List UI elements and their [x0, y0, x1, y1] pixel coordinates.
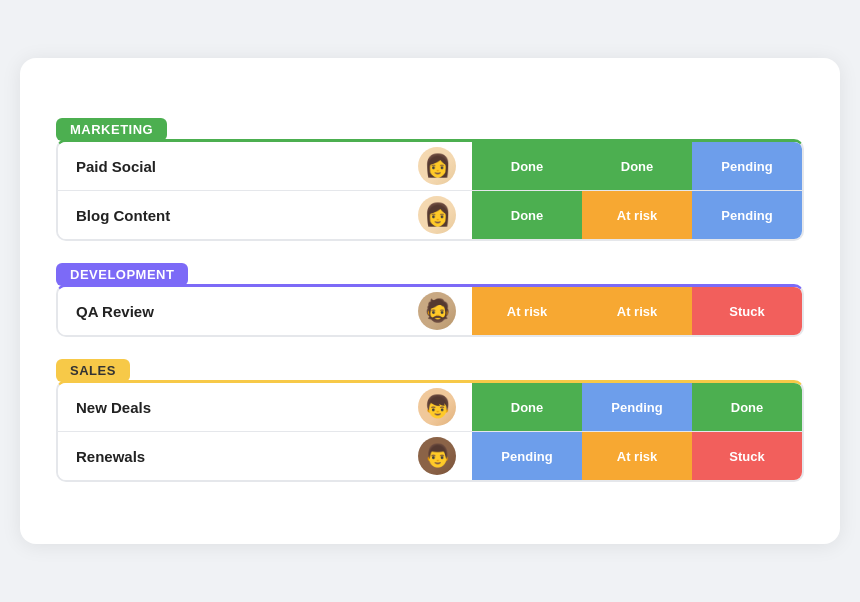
status-badge: Pending: [582, 383, 692, 431]
table-row: Blog Content👩DoneAt riskPending: [58, 191, 802, 239]
table-row: Paid Social👩DoneDonePending: [58, 142, 802, 191]
group-header-development: DEVELOPMENT: [56, 263, 188, 286]
status-badge: Pending: [472, 432, 582, 480]
status-cells: DoneAt riskPending: [472, 191, 802, 239]
status-badge: Done: [472, 383, 582, 431]
group-sales: SALESNew Deals👦DonePendingDoneRenewals👨P…: [56, 359, 804, 482]
row-name: New Deals: [58, 385, 418, 430]
status-badge: At risk: [472, 287, 582, 335]
status-cells: DoneDonePending: [472, 142, 802, 190]
status-badge: Done: [582, 142, 692, 190]
status-badge: Stuck: [692, 287, 802, 335]
avatar: 👩: [418, 147, 456, 185]
status-badge: Done: [472, 191, 582, 239]
status-badge: Done: [692, 383, 802, 431]
status-badge: At risk: [582, 432, 692, 480]
group-development: DEVELOPMENTQA Review🧔At riskAt riskStuck: [56, 263, 804, 337]
table-row: QA Review🧔At riskAt riskStuck: [58, 287, 802, 335]
avatar: 👦: [418, 388, 456, 426]
group-body-development: QA Review🧔At riskAt riskStuck: [56, 284, 804, 337]
row-name: Paid Social: [58, 144, 418, 189]
table-row: New Deals👦DonePendingDone: [58, 383, 802, 432]
avatar: 👨: [418, 437, 456, 475]
group-header-marketing: MARKETING: [56, 118, 167, 141]
group-header-sales: SALES: [56, 359, 130, 382]
row-name: QA Review: [58, 289, 418, 334]
status-cells: PendingAt riskStuck: [472, 432, 802, 480]
status-badge: Pending: [692, 142, 802, 190]
status-badge: Done: [472, 142, 582, 190]
status-badge: At risk: [582, 191, 692, 239]
status-badge: At risk: [582, 287, 692, 335]
status-cells: DonePendingDone: [472, 383, 802, 431]
status-badge: Stuck: [692, 432, 802, 480]
avatar: 🧔: [418, 292, 456, 330]
group-marketing: MARKETINGPaid Social👩DoneDonePendingBlog…: [56, 118, 804, 241]
group-body-marketing: Paid Social👩DoneDonePendingBlog Content👩…: [56, 139, 804, 241]
avatar: 👩: [418, 196, 456, 234]
row-name: Renewals: [58, 434, 418, 479]
main-card: MARKETINGPaid Social👩DoneDonePendingBlog…: [20, 58, 840, 544]
status-badge: Pending: [692, 191, 802, 239]
row-name: Blog Content: [58, 193, 418, 238]
table-row: Renewals👨PendingAt riskStuck: [58, 432, 802, 480]
status-cells: At riskAt riskStuck: [472, 287, 802, 335]
group-body-sales: New Deals👦DonePendingDoneRenewals👨Pendin…: [56, 380, 804, 482]
